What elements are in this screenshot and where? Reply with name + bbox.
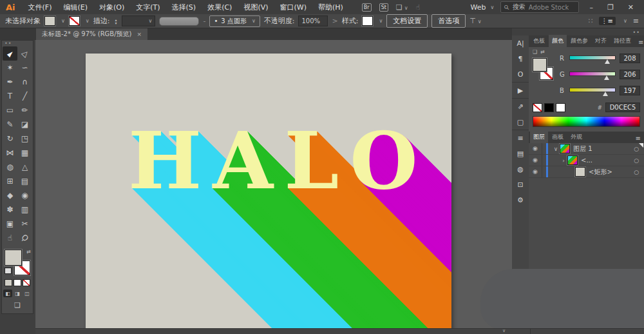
workspace-icon[interactable]: ⋮≡ bbox=[599, 17, 616, 25]
magic-wand-tool[interactable]: ✶ bbox=[3, 61, 17, 75]
paragraph-panel-icon[interactable]: ¶ bbox=[512, 51, 529, 66]
draw-behind-icon[interactable]: ◨ bbox=[13, 290, 22, 297]
eraser-tool[interactable]: ◪ bbox=[17, 117, 32, 132]
draw-inside-icon[interactable]: ◫ bbox=[23, 290, 32, 297]
layer-target-icon[interactable]: ○ bbox=[634, 157, 639, 164]
menu-item-8[interactable]: 帮助(H) bbox=[312, 3, 349, 12]
transparency-panel-icon[interactable]: ◍ bbox=[512, 161, 529, 177]
dots-icon[interactable]: ∷ bbox=[589, 17, 593, 25]
visibility-eye-icon[interactable]: ◉ bbox=[529, 143, 542, 154]
column-graph-tool[interactable]: ▥ bbox=[17, 202, 32, 217]
minimize-button[interactable]: – bbox=[585, 3, 597, 12]
default-fill-stroke-icon[interactable] bbox=[5, 268, 12, 274]
slider-track-G[interactable] bbox=[569, 70, 616, 80]
layer-thumbnail[interactable] bbox=[575, 167, 585, 177]
style-swatch[interactable] bbox=[362, 16, 373, 26]
layer-thumbnail[interactable] bbox=[560, 144, 570, 153]
document-tab[interactable]: 未标题-2* @ 97% (RGB/预览) × bbox=[36, 28, 147, 40]
curvature-tool[interactable]: ∩ bbox=[17, 75, 32, 89]
list-icon[interactable]: ≡ bbox=[633, 17, 639, 25]
zoom-tool[interactable]: Ϙ bbox=[17, 231, 32, 245]
shape-builder-tool[interactable]: ◍ bbox=[3, 160, 17, 174]
tab-layers-0[interactable]: 图层 bbox=[530, 131, 548, 143]
panel-fill-proxy[interactable] bbox=[533, 58, 547, 72]
tab-layers-1[interactable]: 画板 bbox=[549, 131, 567, 143]
workspace-switcher[interactable]: Web∨ bbox=[471, 3, 495, 12]
search-input[interactable]: ⚲ 搜索 Adobe Stock bbox=[500, 1, 579, 13]
symbol-sprayer-tool[interactable]: ✽ bbox=[3, 202, 17, 217]
layer-expander-icon[interactable]: ∨ bbox=[552, 146, 560, 152]
artboard-tool[interactable]: ▣ bbox=[3, 217, 17, 231]
tab-layers-menu-icon[interactable]: ≡ bbox=[632, 135, 644, 143]
slider-thumb-R[interactable] bbox=[605, 59, 610, 64]
tab-layers-2[interactable]: 外观 bbox=[567, 131, 585, 143]
fill-chevron-icon[interactable]: ∨ bbox=[61, 18, 65, 24]
tab-close-icon[interactable]: × bbox=[137, 31, 142, 37]
layer-name[interactable]: <矩形> bbox=[589, 168, 612, 177]
slider-value-B[interactable]: 197 bbox=[620, 86, 640, 95]
layer-target-icon[interactable]: ○ bbox=[634, 146, 639, 152]
bridge-button[interactable]: Br bbox=[362, 3, 372, 12]
width-tool[interactable]: ⋈ bbox=[3, 146, 17, 160]
actions-panel-icon[interactable]: ▶ bbox=[512, 82, 529, 98]
style-chevron-icon[interactable]: ∨ bbox=[379, 18, 383, 24]
line-segment-tool[interactable]: ╱ bbox=[17, 89, 32, 103]
workspace-chevron-icon[interactable]: ∨ bbox=[623, 18, 627, 24]
stroke-weight-stepper[interactable]: ▴▾ bbox=[115, 18, 117, 25]
black-swatch[interactable] bbox=[544, 103, 554, 112]
type-tool[interactable]: T bbox=[3, 89, 17, 103]
opacity-more-icon[interactable]: > bbox=[332, 17, 337, 25]
slider-thumb-G[interactable] bbox=[604, 75, 609, 80]
rotate-tool[interactable]: ↻ bbox=[3, 132, 17, 146]
free-transform-tool[interactable]: ▦ bbox=[17, 146, 32, 160]
layer-row-2[interactable]: ◉<矩形>○ bbox=[529, 166, 644, 178]
artboard[interactable]: HALO bbox=[86, 54, 451, 329]
white-swatch[interactable] bbox=[556, 103, 565, 112]
touch-workspace-icon[interactable]: ☝ bbox=[416, 3, 421, 12]
layer-expander-icon[interactable]: › bbox=[560, 157, 567, 164]
halo-letter-L[interactable]: L bbox=[284, 115, 350, 207]
menu-item-1[interactable]: 编辑(E) bbox=[57, 3, 93, 12]
gradient-tool[interactable]: ▤ bbox=[17, 174, 32, 188]
mesh-tool[interactable]: ⊞ bbox=[3, 174, 17, 188]
stroke-weight-dropdown[interactable]: ∨ bbox=[122, 15, 155, 26]
document-setup-button[interactable]: 文档设置 bbox=[386, 14, 428, 28]
perspective-grid-tool[interactable]: △ bbox=[17, 160, 32, 174]
layer-row-1[interactable]: ◉›<...○ bbox=[529, 155, 644, 166]
tab-color-3[interactable]: 对齐 bbox=[592, 35, 610, 47]
selection-tool[interactable]: ► bbox=[3, 46, 17, 61]
fill-swatch[interactable] bbox=[44, 16, 55, 26]
swap-fill-stroke-icon[interactable]: ⇄ bbox=[26, 249, 31, 255]
layer-name[interactable]: 图层 1 bbox=[573, 144, 592, 153]
menu-item-7[interactable]: 窗口(W) bbox=[274, 3, 312, 12]
hand-tool[interactable]: ☝ bbox=[3, 231, 17, 245]
stroke-chevron-icon[interactable]: ∨ bbox=[86, 18, 90, 24]
swap-icon[interactable]: ⇄ bbox=[540, 49, 545, 55]
layer-thumbnail[interactable] bbox=[567, 155, 578, 165]
transform-panel-icon[interactable]: ▢ bbox=[512, 114, 529, 130]
direct-selection-tool[interactable]: ▷ bbox=[17, 46, 32, 61]
gradient-mode-button[interactable] bbox=[14, 279, 21, 286]
restore-button[interactable]: ❐ bbox=[603, 3, 618, 12]
halo-letter-A[interactable]: A bbox=[213, 115, 284, 207]
stroke-panel-icon[interactable]: ≡ bbox=[512, 130, 529, 146]
menu-item-4[interactable]: 选择(S) bbox=[166, 3, 202, 12]
symbols-panel-icon[interactable]: ⚙ bbox=[512, 192, 529, 208]
halo-letter-O[interactable]: O bbox=[350, 115, 428, 207]
dock-grip[interactable]: •• bbox=[633, 30, 640, 35]
none-mode-button[interactable] bbox=[23, 279, 30, 286]
arrange-documents-icon[interactable]: ❏∨ bbox=[396, 3, 408, 12]
tools-grip[interactable]: •• bbox=[2, 41, 33, 46]
links-panel-icon[interactable]: ⊡ bbox=[512, 177, 529, 192]
rectangle-tool[interactable]: ▭ bbox=[3, 103, 17, 117]
pencil-tool[interactable]: ✎ bbox=[3, 117, 17, 132]
tab-color-menu-icon[interactable]: ≡ bbox=[635, 39, 644, 47]
visibility-eye-icon[interactable]: ◉ bbox=[529, 166, 542, 177]
menu-item-3[interactable]: 文字(T) bbox=[130, 3, 166, 12]
stroke-swatch[interactable] bbox=[69, 16, 80, 26]
halo-artwork[interactable]: HALO bbox=[128, 122, 429, 200]
preferences-button[interactable]: 首选项 bbox=[431, 14, 466, 28]
lasso-tool[interactable]: ∽ bbox=[17, 61, 32, 75]
none-swatch[interactable] bbox=[533, 103, 542, 112]
character-panel-icon[interactable]: A| bbox=[512, 35, 529, 51]
